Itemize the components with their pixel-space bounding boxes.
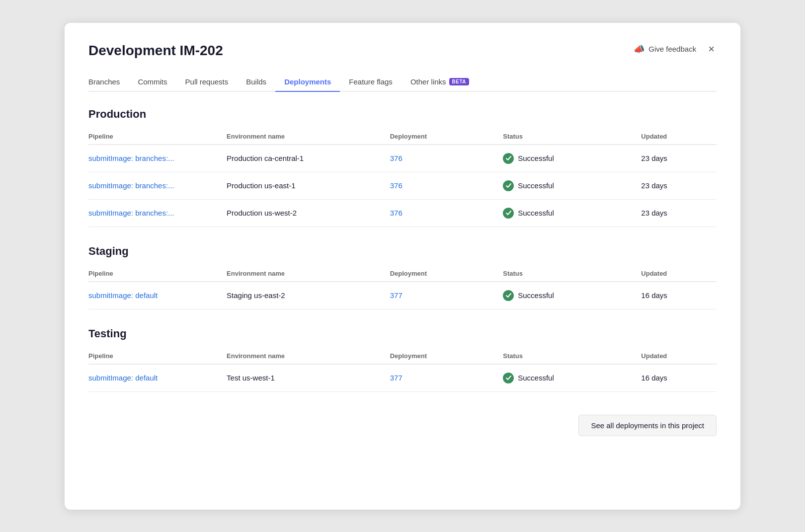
testing-table-header-row: Pipeline Environment name Deployment Sta…: [88, 348, 717, 364]
production-col-status: Status: [503, 129, 641, 145]
updated-cell: 16 days: [641, 364, 717, 392]
updated-cell: 23 days: [641, 145, 717, 172]
pipeline-link[interactable]: submitImage: branches:...: [88, 209, 174, 217]
production-section: Production Pipeline Environment name Dep…: [88, 108, 717, 227]
pipeline-link[interactable]: submitImage: default: [88, 291, 158, 300]
staging-col-deployment: Deployment: [390, 266, 503, 282]
pipeline-link[interactable]: submitImage: branches:...: [88, 181, 174, 190]
tabs-nav: Branches Commits Pull requests Builds De…: [88, 73, 717, 92]
status-text: Successful: [518, 291, 554, 300]
production-col-deployment: Deployment: [390, 129, 503, 145]
tab-other-links[interactable]: Other links BETA: [402, 73, 478, 92]
deployment-link[interactable]: 377: [390, 291, 402, 300]
environment-cell: Staging us-east-2: [227, 282, 390, 309]
beta-badge: BETA: [449, 78, 469, 85]
close-button[interactable]: ×: [706, 43, 717, 56]
staging-col-updated: Updated: [641, 266, 717, 282]
testing-section-title: Testing: [88, 327, 717, 340]
success-icon: [503, 208, 514, 219]
pipeline-link[interactable]: submitImage: branches:...: [88, 154, 174, 162]
status-cell: Successful: [503, 282, 641, 309]
deployment-link[interactable]: 377: [390, 374, 402, 382]
staging-table: Pipeline Environment name Deployment Sta…: [88, 266, 717, 309]
deployment-cell: 376: [390, 199, 503, 227]
environment-cell: Production us-east-1: [227, 172, 390, 199]
deployment-link[interactable]: 376: [390, 181, 402, 190]
updated-cell: 23 days: [641, 199, 717, 227]
success-icon: [503, 290, 514, 301]
pipeline-cell: submitImage: branches:...: [88, 172, 227, 199]
environment-cell: Production us-west-2: [227, 199, 390, 227]
tab-commits[interactable]: Commits: [129, 73, 176, 92]
tab-branches[interactable]: Branches: [88, 73, 129, 92]
staging-section-title: Staging: [88, 245, 717, 258]
pipeline-cell: submitImage: default: [88, 364, 227, 392]
megaphone-icon: 📣: [634, 44, 644, 55]
status-text: Successful: [518, 209, 554, 217]
table-row: submitImage: branches:... Production us-…: [88, 199, 717, 227]
success-icon: [503, 373, 514, 383]
footer-area: See all deployments in this project: [88, 410, 717, 436]
see-all-deployments-button[interactable]: See all deployments in this project: [578, 415, 717, 436]
production-col-pipeline: Pipeline: [88, 129, 227, 145]
updated-cell: 23 days: [641, 172, 717, 199]
tab-deployments[interactable]: Deployments: [275, 73, 340, 92]
staging-table-header-row: Pipeline Environment name Deployment Sta…: [88, 266, 717, 282]
deployment-cell: 377: [390, 364, 503, 392]
pipeline-cell: submitImage: branches:...: [88, 199, 227, 227]
status-text: Successful: [518, 154, 554, 162]
table-row: submitImage: default Test us-west-1 377 …: [88, 364, 717, 392]
production-col-environment: Environment name: [227, 129, 390, 145]
staging-col-pipeline: Pipeline: [88, 266, 227, 282]
testing-section: Testing Pipeline Environment name Deploy…: [88, 327, 717, 392]
deployment-cell: 376: [390, 172, 503, 199]
status-cell: Successful: [503, 199, 641, 227]
updated-cell: 16 days: [641, 282, 717, 309]
feedback-button[interactable]: 📣 Give feedback: [634, 44, 696, 55]
feedback-label: Give feedback: [648, 45, 696, 53]
staging-section: Staging Pipeline Environment name Deploy…: [88, 245, 717, 309]
deployment-link[interactable]: 376: [390, 209, 402, 217]
testing-col-pipeline: Pipeline: [88, 348, 227, 364]
production-table: Pipeline Environment name Deployment Sta…: [88, 129, 717, 227]
table-row: submitImage: default Staging us-east-2 3…: [88, 282, 717, 309]
testing-col-deployment: Deployment: [390, 348, 503, 364]
modal-title: Development IM-202: [88, 43, 223, 59]
tab-pull-requests[interactable]: Pull requests: [176, 73, 238, 92]
deployment-link[interactable]: 376: [390, 154, 402, 162]
table-row: submitImage: branches:... Production ca-…: [88, 145, 717, 172]
tab-feature-flags[interactable]: Feature flags: [340, 73, 402, 92]
status-cell: Successful: [503, 364, 641, 392]
pipeline-cell: submitImage: branches:...: [88, 145, 227, 172]
status-text: Successful: [518, 374, 554, 382]
success-icon: [503, 180, 514, 191]
tab-builds[interactable]: Builds: [237, 73, 275, 92]
production-table-header-row: Pipeline Environment name Deployment Sta…: [88, 129, 717, 145]
pipeline-link[interactable]: submitImage: default: [88, 374, 158, 382]
deployment-cell: 376: [390, 145, 503, 172]
status-text: Successful: [518, 181, 554, 190]
production-col-updated: Updated: [641, 129, 717, 145]
environment-cell: Test us-west-1: [227, 364, 390, 392]
environment-cell: Production ca-central-1: [227, 145, 390, 172]
table-row: submitImage: branches:... Production us-…: [88, 172, 717, 199]
header-actions: 📣 Give feedback ×: [634, 43, 717, 56]
status-cell: Successful: [503, 145, 641, 172]
testing-col-updated: Updated: [641, 348, 717, 364]
modal-panel: Development IM-202 📣 Give feedback × Bra…: [65, 23, 740, 510]
staging-col-environment: Environment name: [227, 266, 390, 282]
success-icon: [503, 153, 514, 164]
status-cell: Successful: [503, 172, 641, 199]
testing-col-status: Status: [503, 348, 641, 364]
testing-table: Pipeline Environment name Deployment Sta…: [88, 348, 717, 392]
deployment-cell: 377: [390, 282, 503, 309]
staging-col-status: Status: [503, 266, 641, 282]
pipeline-cell: submitImage: default: [88, 282, 227, 309]
testing-col-environment: Environment name: [227, 348, 390, 364]
modal-header: Development IM-202 📣 Give feedback ×: [88, 43, 717, 59]
production-section-title: Production: [88, 108, 717, 121]
